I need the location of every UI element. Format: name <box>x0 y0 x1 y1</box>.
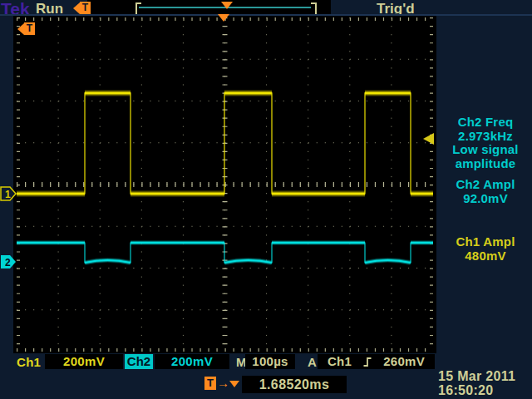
ch2-freq-value: 2.973kHz <box>441 130 530 144</box>
trigger-offscreen-indicator-plot: T <box>17 22 35 35</box>
trigger-t-icon: T <box>24 22 35 35</box>
graticule-plot <box>13 16 436 353</box>
ch2-channel-label-selected: Ch2 <box>125 354 153 369</box>
warning-line1: Low signal <box>441 143 530 157</box>
ch2-position-marker: 2 <box>0 254 17 269</box>
ch1-channel-label: Ch1 <box>17 355 41 369</box>
ch1-ampl-value: 480mV <box>441 249 530 264</box>
ch1-position-marker: 1 <box>0 186 17 201</box>
trigger-t-icon: T <box>80 2 91 14</box>
svg-text:1: 1 <box>5 189 11 200</box>
trigger-position-icon <box>229 381 239 387</box>
timebase-readout: 100µs <box>245 354 295 369</box>
ch2-ampl-readout: Ch2 Ampl 92.0mV <box>441 178 530 205</box>
date-text: 15 Mar 2011 <box>438 369 530 383</box>
warning-line2: amplitude <box>441 157 530 171</box>
svg-text:2: 2 <box>5 257 11 268</box>
trigger-readout: Ch1 260mV <box>318 354 435 369</box>
ch1-ampl-label: Ch1 Ampl <box>441 235 530 249</box>
rising-edge-icon <box>362 357 372 367</box>
trigger-position-icon <box>221 2 233 9</box>
trigger-source: Ch1 <box>328 354 352 369</box>
ch2-scale-readout: 200mV <box>155 354 229 369</box>
horizontal-position-readout: 1.68520ms <box>242 376 347 393</box>
trigger-t-icon: T <box>204 377 216 390</box>
oscilloscope-screen: Tek Run T Trig'd T 1 2 Ch2 Freq 2.973kHz… <box>0 0 532 399</box>
datetime-readout: 15 Mar 2011 16:50:20 <box>438 369 530 397</box>
trigger-offscreen-indicator-header: T <box>73 2 91 14</box>
ch1-ampl-readout: Ch1 Ampl 480mV <box>441 235 530 263</box>
ch1-scale-readout: 200mV <box>45 354 123 369</box>
left-arrow-icon <box>73 2 80 14</box>
time-text: 16:50:20 <box>438 383 530 397</box>
ch2-ampl-label: Ch2 Ampl <box>441 178 530 192</box>
left-arrow-icon <box>17 23 24 35</box>
ch2-freq-label: Ch2 Freq <box>441 116 530 130</box>
trigger-group-label: A <box>308 355 317 369</box>
trigger-position-top-icon <box>218 14 229 22</box>
ch2-freq-readout: Ch2 Freq 2.973kHz Low signal amplitude <box>441 116 530 170</box>
ch2-ampl-value: 92.0mV <box>441 192 530 206</box>
right-arrow-icon: → <box>217 376 229 390</box>
trigger-level: 260mV <box>383 354 425 369</box>
